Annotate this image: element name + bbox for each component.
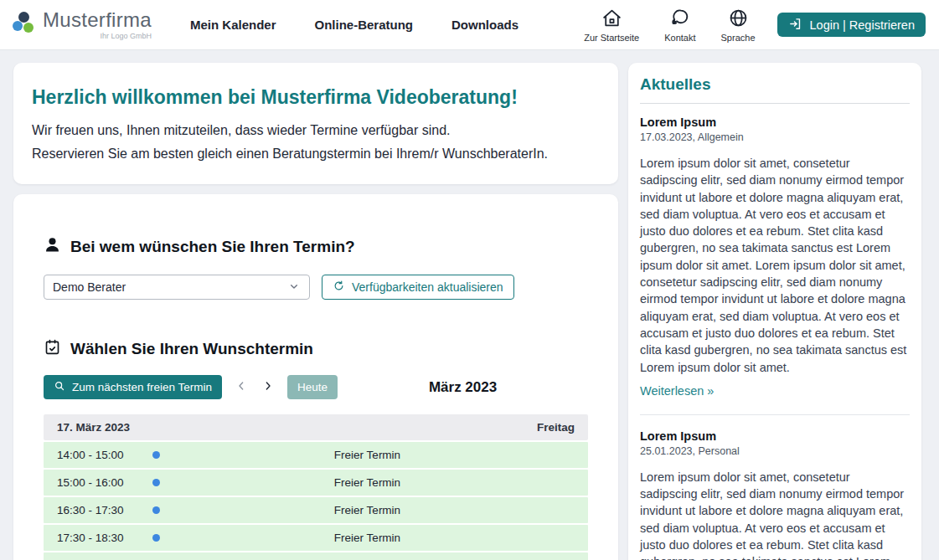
search-icon [54, 380, 65, 394]
slot-status-label: Freier Termin [160, 504, 575, 516]
next-day-button[interactable] [257, 377, 279, 398]
day-header-row: 17. März 2023 Freitag [44, 414, 588, 440]
appointment-table: 17. März 2023 Freitag 14:00 - 15:00 Frei… [44, 414, 588, 560]
news-item-body: Lorem ipsum dolor sit amet, consetetur s… [640, 469, 910, 560]
slot-status-dot-icon [152, 506, 160, 514]
calendar-check-icon [44, 338, 61, 360]
slot-status-dot-icon [152, 451, 160, 459]
next-free-appointment-label: Zum nächsten freien Termin [72, 381, 212, 393]
news-section-title: Aktuelles [640, 75, 910, 104]
day-header-date: 17. März 2023 [57, 421, 130, 434]
company-logo[interactable]: Musterfirma Ihr Logo GmbH [12, 9, 152, 39]
slot-time: 14:00 - 15:00 [57, 449, 144, 461]
schedule-heading-label: Wählen Sie Ihren Wunschtermin [70, 340, 313, 358]
advisor-select[interactable]: Demo Berater [44, 275, 310, 300]
appointment-slot-row[interactable]: 18:30 - 19:30 Freier Termin [44, 552, 588, 560]
home-link[interactable]: Zur Startseite [584, 8, 639, 43]
today-button[interactable]: Heute [287, 375, 338, 399]
login-arrow-icon [788, 17, 802, 33]
read-more-link[interactable]: Weiterlesen » [640, 384, 714, 398]
appointment-slot-row[interactable]: 17:30 - 18:30 Freier Termin [44, 525, 588, 551]
home-icon [601, 8, 622, 32]
person-icon [44, 236, 61, 258]
news-card: Aktuelles Lorem Ipsum 17.03.2023, Allgem… [628, 63, 921, 560]
news-item: Lorem Ipsum 25.01.2023, Personal Lorem i… [640, 414, 910, 560]
contact-link-label: Kontakt [664, 33, 695, 43]
appointment-slot-row[interactable]: 15:00 - 16:00 Freier Termin [44, 470, 588, 496]
news-item-title: Lorem Ipsum [640, 429, 910, 443]
page-content: Herzlich willkommen bei Musterfirma Vide… [0, 50, 939, 560]
login-register-button[interactable]: Login | Registrieren [777, 13, 926, 37]
next-free-appointment-button[interactable]: Zum nächsten freien Termin [44, 375, 222, 399]
welcome-line-1: Wir freuen uns, Ihnen mitzuteilen, dass … [32, 123, 451, 137]
slot-status-label: Freier Termin [160, 476, 575, 489]
booking-card: Bei wem wünschen Sie Ihren Termin? Demo … [13, 194, 618, 560]
quick-links: Zur Startseite Kontakt Sprache [584, 8, 755, 43]
chevron-down-icon [287, 280, 301, 295]
advisor-controls: Demo Berater Verfügbarkeiten aktualisier… [44, 275, 588, 300]
top-navigation-bar: Musterfirma Ihr Logo GmbH Mein Kalender … [0, 0, 939, 50]
appointment-slot-row[interactable]: 14:00 - 15:00 Freier Termin [44, 442, 588, 468]
slot-time: 17:30 - 18:30 [57, 532, 144, 544]
news-item-meta: 17.03.2023, Allgemein [640, 131, 910, 143]
welcome-card: Herzlich willkommen bei Musterfirma Vide… [13, 63, 618, 184]
news-item-body: Lorem ipsum dolor sit amet, consetetur s… [640, 155, 910, 376]
refresh-icon [333, 280, 345, 295]
logo-subtitle: Ihr Logo GmbH [43, 32, 152, 40]
slot-status-label: Freier Termin [160, 532, 575, 544]
home-link-label: Zur Startseite [584, 33, 639, 43]
refresh-availability-label: Verfügbarkeiten aktualisieren [352, 280, 503, 294]
calendar-toolbar: Zum nächsten freien Termin [44, 375, 588, 399]
main-nav: Mein Kalender Online-Beratung Downloads [190, 18, 519, 32]
nav-item-downloads[interactable]: Downloads [451, 18, 519, 32]
news-item-meta: 25.01.2023, Personal [640, 445, 910, 457]
logo-dots-icon [12, 12, 37, 37]
appointment-slot-row[interactable]: 16:30 - 17:30 Freier Termin [44, 497, 588, 523]
advisor-heading: Bei wem wünschen Sie Ihren Termin? [44, 236, 588, 258]
previous-day-button[interactable] [230, 377, 252, 398]
contact-link[interactable]: Kontakt [664, 8, 695, 43]
month-label: März 2023 [338, 379, 588, 396]
slot-time: 15:00 - 16:00 [57, 476, 144, 489]
chevron-right-icon [261, 379, 275, 395]
advisor-select-value: Demo Berater [53, 280, 126, 294]
welcome-line-2: Reservieren Sie am besten gleich einen B… [32, 146, 548, 161]
slot-time: 16:30 - 17:30 [57, 504, 144, 516]
chat-bubble-icon [669, 8, 690, 32]
news-item: Lorem Ipsum 17.03.2023, Allgemein Lorem … [640, 116, 910, 398]
login-register-label: Login | Registrieren [810, 18, 915, 32]
day-header-weekday: Freitag [537, 421, 575, 434]
language-link[interactable]: Sprache [721, 8, 756, 43]
chevron-left-icon [235, 379, 248, 395]
language-link-label: Sprache [721, 33, 756, 43]
nav-item-mein-kalender[interactable]: Mein Kalender [190, 18, 276, 32]
slot-status-dot-icon [152, 479, 160, 486]
slot-status-label: Freier Termin [160, 449, 575, 461]
nav-item-online-beratung[interactable]: Online-Beratung [315, 18, 414, 32]
slot-status-dot-icon [152, 534, 160, 542]
logo-company-name: Musterfirma [43, 9, 152, 30]
schedule-heading: Wählen Sie Ihren Wunschtermin [44, 338, 588, 360]
advisor-heading-label: Bei wem wünschen Sie Ihren Termin? [70, 238, 355, 256]
news-item-title: Lorem Ipsum [640, 116, 910, 129]
globe-icon [728, 8, 749, 32]
refresh-availability-button[interactable]: Verfügbarkeiten aktualisieren [322, 275, 514, 300]
welcome-title: Herzlich willkommen bei Musterfirma Vide… [32, 86, 600, 109]
